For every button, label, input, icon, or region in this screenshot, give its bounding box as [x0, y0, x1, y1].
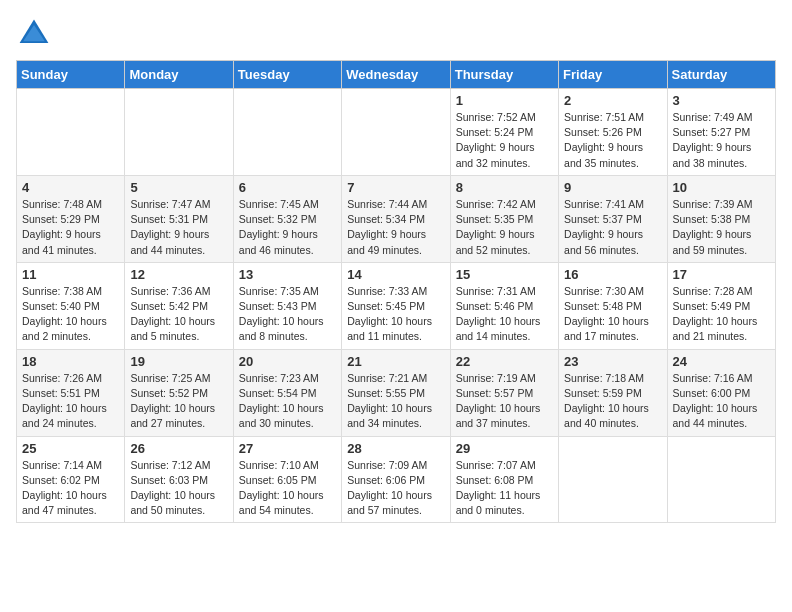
day-number: 11	[22, 267, 119, 282]
day-number: 5	[130, 180, 227, 195]
day-info: Sunrise: 7:30 AM Sunset: 5:48 PM Dayligh…	[564, 284, 661, 345]
day-info: Sunrise: 7:28 AM Sunset: 5:49 PM Dayligh…	[673, 284, 770, 345]
logo-icon	[16, 16, 52, 52]
day-number: 27	[239, 441, 336, 456]
day-number: 9	[564, 180, 661, 195]
calendar-cell: 18Sunrise: 7:26 AM Sunset: 5:51 PM Dayli…	[17, 349, 125, 436]
day-number: 3	[673, 93, 770, 108]
calendar-header-wednesday: Wednesday	[342, 61, 450, 89]
day-info: Sunrise: 7:26 AM Sunset: 5:51 PM Dayligh…	[22, 371, 119, 432]
calendar-cell: 15Sunrise: 7:31 AM Sunset: 5:46 PM Dayli…	[450, 262, 558, 349]
calendar-week-row: 18Sunrise: 7:26 AM Sunset: 5:51 PM Dayli…	[17, 349, 776, 436]
day-info: Sunrise: 7:44 AM Sunset: 5:34 PM Dayligh…	[347, 197, 444, 258]
day-info: Sunrise: 7:36 AM Sunset: 5:42 PM Dayligh…	[130, 284, 227, 345]
calendar-cell: 4Sunrise: 7:48 AM Sunset: 5:29 PM Daylig…	[17, 175, 125, 262]
logo	[16, 16, 56, 52]
day-info: Sunrise: 7:16 AM Sunset: 6:00 PM Dayligh…	[673, 371, 770, 432]
calendar-cell: 21Sunrise: 7:21 AM Sunset: 5:55 PM Dayli…	[342, 349, 450, 436]
day-number: 16	[564, 267, 661, 282]
day-info: Sunrise: 7:48 AM Sunset: 5:29 PM Dayligh…	[22, 197, 119, 258]
day-number: 23	[564, 354, 661, 369]
day-number: 28	[347, 441, 444, 456]
day-number: 15	[456, 267, 553, 282]
calendar-cell: 11Sunrise: 7:38 AM Sunset: 5:40 PM Dayli…	[17, 262, 125, 349]
day-info: Sunrise: 7:35 AM Sunset: 5:43 PM Dayligh…	[239, 284, 336, 345]
day-number: 12	[130, 267, 227, 282]
calendar-header-monday: Monday	[125, 61, 233, 89]
day-number: 13	[239, 267, 336, 282]
calendar-cell	[342, 89, 450, 176]
calendar-cell: 24Sunrise: 7:16 AM Sunset: 6:00 PM Dayli…	[667, 349, 775, 436]
calendar-cell: 26Sunrise: 7:12 AM Sunset: 6:03 PM Dayli…	[125, 436, 233, 523]
day-number: 19	[130, 354, 227, 369]
calendar-cell: 10Sunrise: 7:39 AM Sunset: 5:38 PM Dayli…	[667, 175, 775, 262]
calendar-cell: 6Sunrise: 7:45 AM Sunset: 5:32 PM Daylig…	[233, 175, 341, 262]
day-number: 22	[456, 354, 553, 369]
day-info: Sunrise: 7:47 AM Sunset: 5:31 PM Dayligh…	[130, 197, 227, 258]
page-header	[16, 16, 776, 52]
day-number: 10	[673, 180, 770, 195]
calendar-cell: 17Sunrise: 7:28 AM Sunset: 5:49 PM Dayli…	[667, 262, 775, 349]
calendar-header-row: SundayMondayTuesdayWednesdayThursdayFrid…	[17, 61, 776, 89]
calendar-cell: 3Sunrise: 7:49 AM Sunset: 5:27 PM Daylig…	[667, 89, 775, 176]
day-number: 1	[456, 93, 553, 108]
calendar-cell	[125, 89, 233, 176]
day-number: 26	[130, 441, 227, 456]
calendar-cell	[667, 436, 775, 523]
calendar-table: SundayMondayTuesdayWednesdayThursdayFrid…	[16, 60, 776, 523]
calendar-header-sunday: Sunday	[17, 61, 125, 89]
day-info: Sunrise: 7:52 AM Sunset: 5:24 PM Dayligh…	[456, 110, 553, 171]
calendar-cell: 23Sunrise: 7:18 AM Sunset: 5:59 PM Dayli…	[559, 349, 667, 436]
day-number: 20	[239, 354, 336, 369]
day-number: 6	[239, 180, 336, 195]
calendar-cell	[17, 89, 125, 176]
calendar-cell: 19Sunrise: 7:25 AM Sunset: 5:52 PM Dayli…	[125, 349, 233, 436]
day-number: 29	[456, 441, 553, 456]
day-info: Sunrise: 7:18 AM Sunset: 5:59 PM Dayligh…	[564, 371, 661, 432]
calendar-week-row: 1Sunrise: 7:52 AM Sunset: 5:24 PM Daylig…	[17, 89, 776, 176]
calendar-cell: 5Sunrise: 7:47 AM Sunset: 5:31 PM Daylig…	[125, 175, 233, 262]
day-info: Sunrise: 7:42 AM Sunset: 5:35 PM Dayligh…	[456, 197, 553, 258]
calendar-cell: 14Sunrise: 7:33 AM Sunset: 5:45 PM Dayli…	[342, 262, 450, 349]
day-info: Sunrise: 7:21 AM Sunset: 5:55 PM Dayligh…	[347, 371, 444, 432]
day-info: Sunrise: 7:09 AM Sunset: 6:06 PM Dayligh…	[347, 458, 444, 519]
day-info: Sunrise: 7:38 AM Sunset: 5:40 PM Dayligh…	[22, 284, 119, 345]
calendar-cell: 7Sunrise: 7:44 AM Sunset: 5:34 PM Daylig…	[342, 175, 450, 262]
calendar-cell: 8Sunrise: 7:42 AM Sunset: 5:35 PM Daylig…	[450, 175, 558, 262]
day-info: Sunrise: 7:51 AM Sunset: 5:26 PM Dayligh…	[564, 110, 661, 171]
day-number: 17	[673, 267, 770, 282]
calendar-cell: 29Sunrise: 7:07 AM Sunset: 6:08 PM Dayli…	[450, 436, 558, 523]
calendar-cell: 16Sunrise: 7:30 AM Sunset: 5:48 PM Dayli…	[559, 262, 667, 349]
day-info: Sunrise: 7:31 AM Sunset: 5:46 PM Dayligh…	[456, 284, 553, 345]
calendar-week-row: 4Sunrise: 7:48 AM Sunset: 5:29 PM Daylig…	[17, 175, 776, 262]
calendar-header-friday: Friday	[559, 61, 667, 89]
calendar-cell: 9Sunrise: 7:41 AM Sunset: 5:37 PM Daylig…	[559, 175, 667, 262]
day-info: Sunrise: 7:14 AM Sunset: 6:02 PM Dayligh…	[22, 458, 119, 519]
calendar-cell: 20Sunrise: 7:23 AM Sunset: 5:54 PM Dayli…	[233, 349, 341, 436]
day-number: 8	[456, 180, 553, 195]
calendar-cell: 28Sunrise: 7:09 AM Sunset: 6:06 PM Dayli…	[342, 436, 450, 523]
day-info: Sunrise: 7:10 AM Sunset: 6:05 PM Dayligh…	[239, 458, 336, 519]
calendar-cell: 13Sunrise: 7:35 AM Sunset: 5:43 PM Dayli…	[233, 262, 341, 349]
day-number: 24	[673, 354, 770, 369]
day-info: Sunrise: 7:49 AM Sunset: 5:27 PM Dayligh…	[673, 110, 770, 171]
day-info: Sunrise: 7:41 AM Sunset: 5:37 PM Dayligh…	[564, 197, 661, 258]
calendar-cell	[559, 436, 667, 523]
calendar-week-row: 25Sunrise: 7:14 AM Sunset: 6:02 PM Dayli…	[17, 436, 776, 523]
calendar-week-row: 11Sunrise: 7:38 AM Sunset: 5:40 PM Dayli…	[17, 262, 776, 349]
day-info: Sunrise: 7:39 AM Sunset: 5:38 PM Dayligh…	[673, 197, 770, 258]
calendar-cell: 1Sunrise: 7:52 AM Sunset: 5:24 PM Daylig…	[450, 89, 558, 176]
calendar-header-saturday: Saturday	[667, 61, 775, 89]
day-number: 7	[347, 180, 444, 195]
day-info: Sunrise: 7:33 AM Sunset: 5:45 PM Dayligh…	[347, 284, 444, 345]
day-number: 14	[347, 267, 444, 282]
day-number: 2	[564, 93, 661, 108]
day-number: 21	[347, 354, 444, 369]
day-info: Sunrise: 7:12 AM Sunset: 6:03 PM Dayligh…	[130, 458, 227, 519]
calendar-header-tuesday: Tuesday	[233, 61, 341, 89]
day-info: Sunrise: 7:45 AM Sunset: 5:32 PM Dayligh…	[239, 197, 336, 258]
day-number: 25	[22, 441, 119, 456]
calendar-cell: 25Sunrise: 7:14 AM Sunset: 6:02 PM Dayli…	[17, 436, 125, 523]
calendar-cell: 2Sunrise: 7:51 AM Sunset: 5:26 PM Daylig…	[559, 89, 667, 176]
day-info: Sunrise: 7:25 AM Sunset: 5:52 PM Dayligh…	[130, 371, 227, 432]
